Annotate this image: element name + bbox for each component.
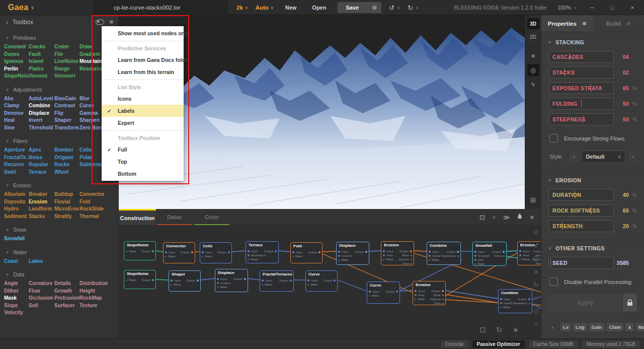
graph-node-displace[interactable]: DisplaceInputCustomMaskOutput: [215, 269, 248, 292]
node-input-port[interactable]: Input: [262, 279, 272, 282]
toolbox-node-item[interactable]: Curvature: [29, 281, 54, 288]
open-button[interactable]: Open: [308, 5, 330, 11]
graph-node-cells[interactable]: CellsInputMaskOutput: [200, 242, 232, 263]
node-input-port[interactable]: Mask: [474, 262, 485, 265]
toolbox-node-item[interactable]: Flow: [29, 288, 54, 296]
curve-icon[interactable]: ∧: [625, 323, 634, 331]
node-input-port[interactable]: Input: [292, 251, 302, 254]
toolbox-node-item[interactable]: SlopeNoise: [4, 73, 29, 81]
node-output-port[interactable]: Output: [446, 250, 459, 253]
toolbox-node-item[interactable]: Coast: [4, 258, 29, 266]
graph-rail-icon[interactable]: ⊡: [533, 255, 539, 262]
node-input-port[interactable]: Input: [500, 298, 510, 301]
node-input-port[interactable]: Input: [338, 250, 348, 253]
node-input-port[interactable]: Mask: [126, 278, 136, 282]
disable-parallel-checkbox[interactable]: [549, 277, 558, 286]
graph-node-slopenoise[interactable]: SlopeNoiseMaskOutput: [124, 241, 156, 260]
node-input-port[interactable]: Mask: [126, 250, 136, 253]
node-output-port[interactable]: Separation: [513, 302, 530, 305]
graph-node-curve[interactable]: CurveInputMaskOutput: [367, 282, 400, 304]
toolbox-node-item[interactable]: Contrast: [54, 103, 79, 110]
menu-item[interactable]: Icons: [102, 93, 184, 105]
graph-menu-icon[interactable]: ≡: [530, 214, 534, 221]
graph-tab-construction[interactable]: Construction: [119, 209, 156, 225]
toolbox-node-item[interactable]: Snowfall: [4, 236, 29, 243]
node-input-port[interactable]: Input: [165, 251, 175, 254]
node-output-port[interactable]: Output: [217, 251, 230, 254]
graph-tab-datas[interactable]: Datas: [156, 209, 193, 225]
fast-forward-icon[interactable]: ≫: [503, 214, 510, 221]
node-output-port[interactable]: Output: [518, 298, 530, 301]
toolbox-node-item[interactable]: Invert: [29, 117, 54, 125]
graph-node-terrace[interactable]: TerraceInputModulationMaskOutput: [246, 241, 279, 263]
toolbox-node-item[interactable]: Recurve: [4, 162, 29, 169]
node-input-port[interactable]: Mask: [338, 258, 348, 261]
minimize-button[interactable]: ─: [588, 5, 597, 11]
node-input-port[interactable]: Input: [415, 290, 425, 293]
ui-zoom-dropdown[interactable]: 100% ∨: [557, 5, 577, 11]
graph-node-combine[interactable]: CombineInputInput2MaskOutputSeparation: [427, 242, 461, 265]
toolbox-node-item[interactable]: Slope: [4, 303, 29, 310]
slider-cascades[interactable]: CASCADES: [548, 51, 614, 63]
graph-rail-icon[interactable]: ○: [534, 294, 538, 302]
toolbox-node-item[interactable]: Erosion: [29, 199, 54, 206]
node-input-port[interactable]: Mask: [171, 283, 181, 286]
node-output-port[interactable]: Output: [323, 279, 336, 282]
toolbox-node-item[interactable]: Stratify: [54, 214, 79, 221]
toolbox-node-item[interactable]: Swirl: [4, 169, 29, 177]
slider-strength[interactable]: STRENGTH: [548, 220, 614, 232]
toolbox-node-item[interactable]: Soil: [29, 303, 54, 310]
graph-rail-icon[interactable]: ∗: [533, 268, 539, 275]
toolbox-node-item[interactable]: Cracks: [29, 44, 54, 51]
node-input-port[interactable]: Input: [217, 277, 227, 281]
encourage-strong-flows-checkbox[interactable]: [549, 134, 558, 143]
toolbox-toggle-icon[interactable]: [96, 20, 104, 25]
menu-item[interactable]: Bottom: [102, 168, 184, 180]
menu-item[interactable]: Show most used nodes only: [102, 27, 184, 39]
graph-node-shaper[interactable]: ShaperInputMaskOutput: [169, 270, 201, 292]
style-prev-button[interactable]: ‹: [570, 151, 578, 162]
toolbox-node-item[interactable]: Heal: [4, 117, 29, 125]
toolbox-node-item[interactable]: Surfacer: [54, 303, 79, 310]
toolbox-node-item[interactable]: Lakes: [29, 258, 54, 266]
toolbox-node-item[interactable]: Igneous: [4, 58, 29, 66]
graph-node-combine[interactable]: CombineInputInput2MaskOutputSeparation: [498, 289, 532, 313]
slider-steepness[interactable]: STEEPNESS: [548, 113, 614, 125]
toolbox-node-item[interactable]: Details: [54, 281, 79, 288]
toolbox-node-item[interactable]: Growth: [54, 288, 79, 296]
node-output-port[interactable]: Output: [141, 278, 154, 282]
graph-rail-icon[interactable]: ⊙: [533, 307, 539, 315]
toolbox-node-item[interactable]: Alluvium: [4, 191, 29, 199]
toolbox-collapse-icon[interactable]: ‹: [6, 18, 9, 26]
node-input-port[interactable]: Mask: [500, 306, 510, 309]
tab-build[interactable]: Build ≡: [593, 15, 644, 32]
build-tab-menu-icon[interactable]: ≡: [627, 20, 631, 27]
toolbox-node-item[interactable]: Mask: [4, 295, 29, 303]
node-input-port[interactable]: Area: [415, 294, 425, 297]
toolbox-node-item[interactable]: Perlin: [4, 66, 29, 74]
grid-view-icon[interactable]: ⊞: [530, 196, 536, 204]
graph-node-displace[interactable]: DisplaceInputCustomMaskOutput: [336, 242, 369, 265]
toolbox-node-item[interactable]: Voronoi: [29, 73, 54, 81]
toolbox-node-item[interactable]: Thermal: [79, 214, 118, 221]
section-erosion[interactable]: ∨ EROSION: [548, 177, 637, 183]
toolbox-node-item[interactable]: Whorl: [54, 169, 79, 177]
mini-chip-max[interactable]: Max: [636, 323, 644, 331]
toolbox-node-item[interactable]: Landform: [29, 206, 54, 214]
graph-tab-color[interactable]: Color: [193, 209, 230, 225]
toolbox-node-item[interactable]: Stacks: [29, 214, 54, 221]
node-input-port[interactable]: Mask: [519, 258, 529, 261]
toolbox-node-item[interactable]: Noise: [29, 155, 54, 162]
toolbox-node-item[interactable]: Height: [79, 288, 118, 296]
toolbox-node-item[interactable]: Combine: [29, 103, 54, 110]
properties-tab-menu-icon[interactable]: ≡: [583, 20, 587, 27]
arrange-icon[interactable]: ∗: [512, 325, 519, 334]
close-button[interactable]: ×: [628, 5, 637, 11]
toolbox-node-item[interactable]: Sine: [4, 125, 29, 132]
node-input-port[interactable]: Input: [248, 250, 258, 253]
toolbox-node-item[interactable]: Island: [29, 58, 54, 66]
menu-item[interactable]: ✓Full: [102, 144, 184, 156]
mini-chip-gain[interactable]: Gain: [589, 323, 605, 331]
save-plus-icon[interactable]: ⊕: [367, 4, 381, 11]
graph-rail-icon[interactable]: ⊘: [533, 229, 539, 236]
